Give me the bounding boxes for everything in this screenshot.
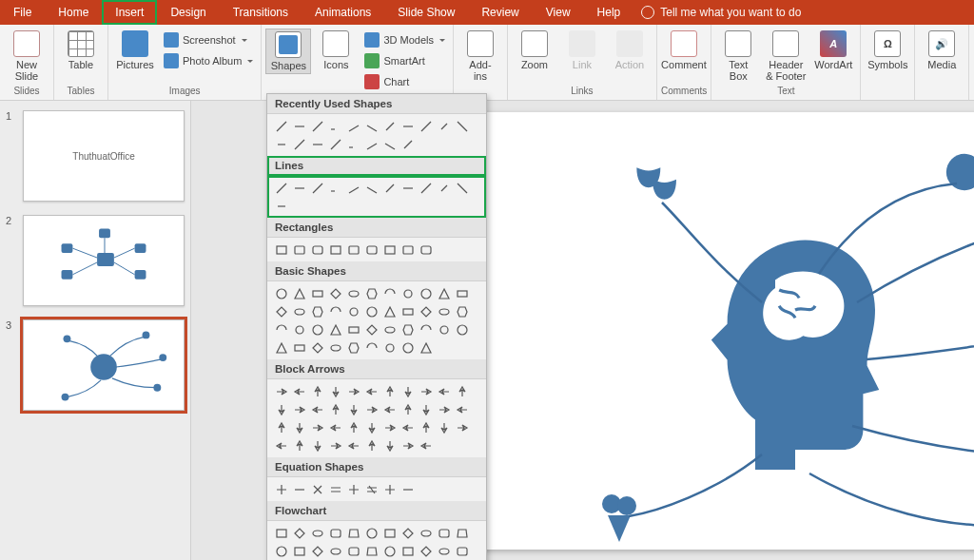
shape-item[interactable]	[399, 401, 416, 417]
shape-item[interactable]	[363, 321, 380, 338]
shape-item[interactable]	[345, 383, 361, 399]
shape-item[interactable]	[399, 437, 416, 454]
shape-item[interactable]	[291, 383, 307, 399]
shape-item[interactable]	[454, 543, 470, 559]
shape-item[interactable]	[309, 543, 325, 559]
tab-review[interactable]: Review	[468, 0, 532, 25]
shape-item[interactable]	[436, 383, 452, 399]
shape-item[interactable]	[327, 419, 343, 435]
shape-item[interactable]	[399, 339, 416, 356]
shape-item[interactable]	[454, 321, 470, 338]
tab-home[interactable]: Home	[45, 0, 102, 25]
shape-item[interactable]	[291, 419, 307, 435]
shape-item[interactable]	[363, 437, 380, 454]
shape-item[interactable]	[291, 180, 307, 196]
shape-item[interactable]	[273, 543, 289, 559]
shape-item[interactable]	[345, 481, 361, 497]
shape-item[interactable]	[309, 285, 325, 301]
addins-button[interactable]: Add- ins	[458, 29, 503, 84]
shape-item[interactable]	[436, 285, 452, 301]
shape-item[interactable]	[291, 525, 307, 541]
link-button[interactable]: Link	[559, 29, 605, 72]
shape-item[interactable]	[291, 481, 307, 497]
shape-item[interactable]	[327, 525, 343, 541]
shape-item[interactable]	[309, 339, 325, 356]
textbox-button[interactable]: Text Box	[715, 29, 761, 84]
shape-item[interactable]	[345, 401, 361, 417]
shape-item[interactable]	[399, 241, 416, 258]
tab-help[interactable]: Help	[584, 0, 634, 25]
shape-item[interactable]	[291, 321, 307, 338]
shape-item[interactable]	[345, 285, 361, 301]
shape-item[interactable]	[399, 285, 416, 301]
shape-item[interactable]	[363, 118, 380, 134]
shape-item[interactable]	[327, 437, 343, 454]
shape-item[interactable]	[381, 136, 398, 152]
shape-item[interactable]	[273, 241, 289, 258]
shape-item[interactable]	[327, 543, 343, 559]
tab-design[interactable]: Design	[157, 0, 219, 25]
wordart-button[interactable]: AWordArt	[810, 29, 856, 72]
slide-thumbnail[interactable]	[23, 319, 185, 411]
chart-button[interactable]: Chart	[360, 72, 449, 91]
comment-button[interactable]: Comment	[661, 29, 707, 72]
shape-item[interactable]	[436, 543, 452, 559]
shape-item[interactable]	[399, 321, 416, 338]
shape-item[interactable]	[363, 241, 380, 258]
shape-item[interactable]	[381, 321, 398, 338]
shape-item[interactable]	[309, 241, 325, 258]
shape-item[interactable]	[345, 180, 361, 196]
media-button[interactable]: 🔊Media	[919, 29, 964, 72]
shape-item[interactable]	[327, 285, 343, 301]
tab-file[interactable]: File	[0, 0, 45, 25]
shape-item[interactable]	[418, 543, 434, 559]
shape-item[interactable]	[291, 437, 307, 454]
shape-item[interactable]	[418, 118, 434, 134]
shape-item[interactable]	[418, 437, 434, 454]
photo-album-button[interactable]: Photo Album	[160, 51, 257, 70]
shape-item[interactable]	[454, 180, 470, 196]
zoom-button[interactable]: Zoom	[512, 29, 557, 72]
shape-item[interactable]	[309, 419, 325, 435]
shape-item[interactable]	[309, 525, 325, 541]
shape-item[interactable]	[381, 303, 398, 319]
shape-item[interactable]	[345, 136, 361, 152]
shape-item[interactable]	[363, 136, 380, 152]
shape-item[interactable]	[273, 481, 289, 497]
shape-item[interactable]	[345, 118, 361, 134]
shape-item[interactable]	[327, 321, 343, 338]
shape-item[interactable]	[327, 136, 343, 152]
slide-thumbnail[interactable]	[23, 215, 185, 306]
shape-item[interactable]	[418, 180, 434, 196]
shape-item[interactable]	[454, 401, 470, 417]
shape-item[interactable]	[273, 180, 289, 196]
new-slide-button[interactable]: New Slide	[4, 29, 49, 84]
shape-item[interactable]	[345, 419, 361, 435]
shape-item[interactable]	[327, 339, 343, 356]
shape-item[interactable]	[418, 525, 434, 541]
shape-item[interactable]	[418, 285, 434, 301]
shape-item[interactable]	[436, 303, 452, 319]
shape-item[interactable]	[345, 339, 361, 356]
shape-item[interactable]	[399, 118, 416, 134]
shape-item[interactable]	[381, 339, 398, 356]
tab-animations[interactable]: Animations	[302, 0, 384, 25]
shape-item[interactable]	[309, 401, 325, 417]
tab-view[interactable]: View	[533, 0, 584, 25]
shape-item[interactable]	[436, 321, 452, 338]
shape-item[interactable]	[291, 241, 307, 258]
shape-item[interactable]	[454, 419, 470, 435]
shape-item[interactable]	[309, 437, 325, 454]
shape-item[interactable]	[436, 419, 452, 435]
shape-item[interactable]	[291, 543, 307, 559]
shape-item[interactable]	[291, 285, 307, 301]
header-footer-button[interactable]: Header & Footer	[763, 29, 808, 84]
shape-item[interactable]	[291, 339, 307, 356]
shape-item[interactable]	[399, 419, 416, 435]
shapes-dropdown[interactable]: Recently Used ShapesLinesRectanglesBasic…	[266, 93, 487, 560]
shape-item[interactable]	[327, 118, 343, 134]
shape-item[interactable]	[309, 383, 325, 399]
tab-slide-show[interactable]: Slide Show	[384, 0, 468, 25]
shape-item[interactable]	[381, 241, 398, 258]
shape-item[interactable]	[327, 180, 343, 196]
